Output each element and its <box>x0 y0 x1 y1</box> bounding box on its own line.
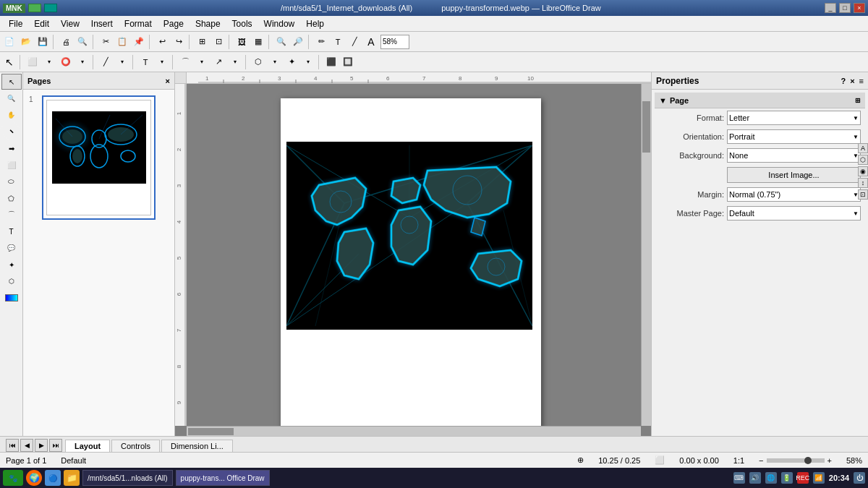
taskbar-title2[interactable]: puppy-transformed.webp — LibreOffice Dra… <box>441 4 601 12</box>
menu-tools[interactable]: Tools <box>226 17 258 30</box>
menu-shape[interactable]: Shape <box>190 17 226 30</box>
draw-line-arr[interactable]: ▾ <box>114 54 130 70</box>
world-map-image[interactable] <box>286 142 532 330</box>
sys-sound-icon[interactable]: 🔊 <box>749 472 761 484</box>
prop-master-page-select[interactable]: Default ▼ <box>727 206 861 221</box>
sys-power-icon[interactable]: ⏻ <box>854 472 865 484</box>
sys-record-icon[interactable]: REC <box>797 472 809 484</box>
tb-cut[interactable]: ✂ <box>98 34 114 50</box>
canvas-hscroll-thumb[interactable] <box>188 428 234 435</box>
draw-text[interactable]: T <box>137 54 153 70</box>
tb-zoom-in[interactable]: 🔍 <box>273 34 289 50</box>
page-canvas[interactable] <box>281 98 541 426</box>
menu-help[interactable]: Help <box>300 17 330 30</box>
canvas-vscroll-thumb[interactable] <box>642 101 650 153</box>
tb-grid[interactable]: ⊞ <box>194 34 210 50</box>
menu-file[interactable]: File <box>3 17 28 30</box>
tool-flowchart[interactable]: ⬡ <box>1 273 22 289</box>
tb-zoom-out[interactable]: 🔎 <box>290 34 306 50</box>
zoom-input[interactable]: 58% <box>380 35 409 49</box>
taskbar-item-draw[interactable]: puppy-trans... Office Draw <box>176 470 270 486</box>
tool-ellipse[interactable]: ⬭ <box>1 174 22 189</box>
tb-insert-image[interactable]: 🖼 <box>234 34 250 50</box>
tb-undo[interactable]: ↩ <box>154 34 170 50</box>
menu-format[interactable]: Format <box>119 17 158 30</box>
menu-insert[interactable]: Insert <box>85 17 119 30</box>
tool-star[interactable]: ✦ <box>1 257 22 273</box>
tool-color[interactable] <box>1 290 22 306</box>
nav-first-page[interactable]: ⏮ <box>6 439 19 452</box>
draw-rect[interactable]: ⬜ <box>25 54 41 70</box>
taskbar-folder-icon[interactable]: 📁 <box>64 470 80 486</box>
draw-rect-arr[interactable]: ▾ <box>41 54 57 70</box>
draw-curves[interactable]: ⌒ <box>177 54 193 70</box>
pages-panel-close[interactable]: × <box>166 77 170 85</box>
draw-connectors-arr[interactable]: ▾ <box>227 54 243 70</box>
tool-poly[interactable]: ⬠ <box>1 190 22 206</box>
draw-symbol-arr[interactable]: ▾ <box>300 54 316 70</box>
menu-window[interactable]: Window <box>258 17 301 30</box>
taskbar-browser-icon[interactable]: 🔵 <box>45 470 61 486</box>
tb-preview[interactable]: 🔍 <box>75 34 90 50</box>
tb-pencil[interactable]: ✏ <box>313 34 329 50</box>
draw-basic-arr[interactable]: ▾ <box>267 54 283 70</box>
prop-background-select[interactable]: None ▼ <box>727 148 861 163</box>
draw-select[interactable]: ↖ <box>1 54 17 70</box>
taskbar-firefox-icon[interactable]: 🌍 <box>26 470 42 486</box>
props-icon-4[interactable]: ↕ <box>858 178 868 188</box>
tool-curve[interactable]: ⌒ <box>1 207 22 223</box>
tool-zoom[interactable]: 🔍 <box>1 90 22 106</box>
tab-layout[interactable]: Layout <box>65 440 110 452</box>
tb-copy[interactable]: 📋 <box>114 34 130 50</box>
nav-prev-page[interactable]: ◀ <box>20 439 33 452</box>
draw-curves-arr[interactable]: ▾ <box>194 54 210 70</box>
tab-controls[interactable]: Controls <box>111 440 160 452</box>
props-menu[interactable]: ≡ <box>859 77 864 85</box>
draw-line[interactable]: ╱ <box>98 54 114 70</box>
page-thumbnail[interactable] <box>42 95 156 220</box>
tool-callout[interactable]: 💬 <box>1 240 22 256</box>
canvas-content[interactable] <box>187 84 651 426</box>
tb-text[interactable]: T <box>330 34 346 50</box>
zoom-thumb[interactable] <box>804 457 812 464</box>
draw-shadow[interactable]: 🔲 <box>340 54 356 70</box>
props-icon-2[interactable]: ⬡ <box>858 155 868 165</box>
draw-symbol-shapes[interactable]: ✦ <box>284 54 299 70</box>
tb-open[interactable]: 📂 <box>18 34 34 50</box>
prop-insert-image-button[interactable]: Insert Image... <box>727 167 861 183</box>
draw-ellipse[interactable]: ⭕ <box>58 54 74 70</box>
menu-page[interactable]: Page <box>158 17 190 30</box>
zoom-slider[interactable] <box>767 458 825 463</box>
taskbar-start-icon[interactable]: 🐾 <box>3 470 23 486</box>
tb-save[interactable]: 💾 <box>35 34 51 50</box>
minimize-button[interactable]: _ <box>825 3 836 13</box>
props-icon-1[interactable]: A <box>858 143 868 153</box>
tb-print[interactable]: 🖨 <box>58 34 74 50</box>
sys-wifi-icon[interactable]: 📶 <box>813 472 825 484</box>
properties-section-page[interactable]: ▼ Page ⊞ <box>655 93 865 108</box>
zoom-out-btn[interactable]: − <box>759 456 763 465</box>
tb-line[interactable]: ╱ <box>346 34 362 50</box>
draw-text-arr[interactable]: ▾ <box>154 54 170 70</box>
maximize-button[interactable]: □ <box>839 3 851 13</box>
nav-next-page[interactable]: ▶ <box>35 439 48 452</box>
prop-format-select[interactable]: Letter ▼ <box>727 111 861 125</box>
props-icon-5[interactable]: ⊡ <box>858 189 868 200</box>
tool-pointer[interactable]: ↖ <box>1 74 22 90</box>
taskbar-item-filemanager[interactable]: /mnt/sda5/1...nloads (All) <box>82 470 173 486</box>
tb-color[interactable]: A <box>363 34 379 50</box>
props-close[interactable]: × <box>850 77 854 85</box>
tb-redo[interactable]: ↪ <box>171 34 187 50</box>
prop-orientation-select[interactable]: Portrait ▼ <box>727 129 861 144</box>
tb-snap[interactable]: ⊡ <box>210 34 226 50</box>
draw-connectors[interactable]: ↗ <box>210 54 226 70</box>
nav-last-page[interactable]: ⏭ <box>49 439 62 452</box>
tb-new[interactable]: 📄 <box>1 34 17 50</box>
canvas-vertical-scrollbar[interactable] <box>641 84 651 426</box>
close-button[interactable]: × <box>854 3 865 13</box>
draw-ellipse-arr[interactable]: ▾ <box>75 54 90 70</box>
menu-edit[interactable]: Edit <box>28 17 55 30</box>
props-icon-3[interactable]: ◉ <box>858 166 868 176</box>
prop-margin-select[interactable]: Normal (0.75") ▼ <box>727 187 861 202</box>
tab-dimension[interactable]: Dimension Li... <box>161 440 233 452</box>
